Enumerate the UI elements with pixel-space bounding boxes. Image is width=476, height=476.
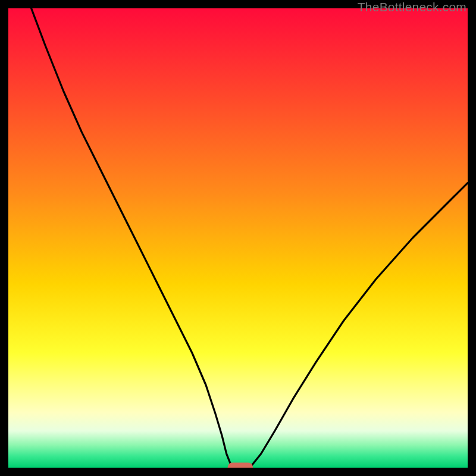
base-marker [228, 463, 253, 468]
watermark-text: TheBottleneck.com [358, 0, 466, 14]
chart-frame [8, 8, 468, 468]
gradient-background [8, 8, 468, 468]
chart-svg [8, 8, 468, 468]
